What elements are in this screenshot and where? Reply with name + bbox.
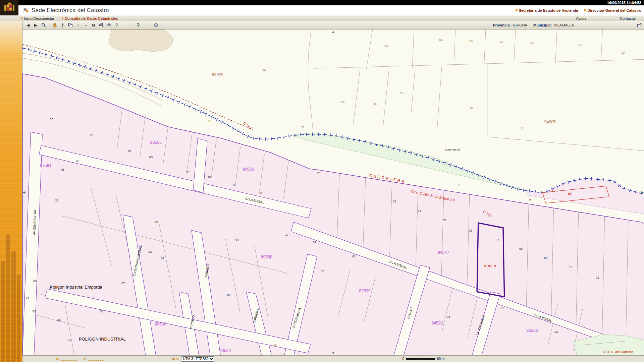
- link-direccion-catastro[interactable]: Dirección General del Catastro: [584, 8, 641, 12]
- map-label: © D. G. del Catastro: [603, 350, 634, 354]
- map-label: 36: [262, 68, 266, 72]
- map-label: 03: [554, 330, 558, 334]
- provincia-label: Provincia:: [493, 23, 511, 27]
- pan-down-button[interactable]: ▼: [332, 351, 335, 355]
- map-label: 07: [374, 102, 378, 106]
- printer-icon: [106, 22, 112, 28]
- map-label: 01: [61, 168, 64, 171]
- menu-label: Inicio/Desconectar: [24, 16, 54, 20]
- rustic-boundary: [308, 29, 313, 134]
- map-label: 94605: [544, 120, 555, 124]
- map-column: ◀ ▶: [22, 21, 644, 362]
- statusbar: X: Y: SRS: UTM 31 ETRS89 0 90 m.: [22, 355, 644, 362]
- urban-blocks-area: [22, 74, 644, 355]
- map-label: 02: [227, 293, 230, 297]
- export-window-button[interactable]: [636, 22, 643, 28]
- provincia-value: GIRONA: [513, 23, 527, 27]
- map-label: 01: [90, 133, 94, 137]
- cadastral-map[interactable]: 0204051415181936060708101137814886299460…: [22, 29, 644, 355]
- y-coordinate-value: [88, 357, 104, 361]
- header: Sede Electrónica del Catastro Secretaría…: [0, 5, 644, 15]
- menubar: Inicio/Desconectar Consulta de Datos Cat…: [0, 15, 644, 21]
- orange-bullet-icon: [516, 9, 518, 11]
- map-label: 08: [57, 319, 61, 322]
- menu-item-contactar[interactable]: Contactar: [620, 16, 636, 20]
- map-label: 5b: [568, 192, 572, 195]
- map-label: 04: [439, 38, 443, 42]
- map-label: POLÍGON INDUSTRIAL: [79, 337, 126, 342]
- print-button[interactable]: [105, 22, 112, 28]
- map-label: 37: [301, 125, 305, 129]
- locate-button[interactable]: [135, 22, 142, 28]
- pan-left-button[interactable]: ◀: [23, 191, 25, 194]
- map-viewport[interactable]: 0204051415181936060708101137814886299460…: [22, 29, 644, 355]
- history-forward-button[interactable]: ▶: [32, 22, 39, 28]
- map-label: SUELO: [484, 264, 496, 268]
- map-label: 08: [155, 221, 158, 224]
- menu-item-inicio[interactable]: Inicio/Desconectar: [21, 16, 54, 20]
- app-window: 16/09/2015 14:04:53 Sede Electrónica del…: [0, 0, 644, 362]
- map-label: 4: [458, 183, 460, 186]
- measure-button[interactable]: M: [90, 22, 97, 28]
- history-back-button[interactable]: ◀: [24, 22, 32, 28]
- map-label: 20: [76, 159, 79, 163]
- map-label: 10: [569, 265, 572, 269]
- map-label: 04: [26, 296, 29, 299]
- map-label: 08: [519, 247, 523, 250]
- rustic-parcel-grid: [314, 29, 644, 151]
- scale-bar: [406, 358, 435, 360]
- link-label: Dirección General del Catastro: [587, 8, 641, 12]
- map-label: 07: [496, 238, 499, 242]
- pan-right-button[interactable]: ▶: [641, 191, 644, 194]
- x-coordinate-value: [61, 357, 77, 361]
- zoom-initial-button[interactable]: [59, 22, 66, 28]
- srs-select[interactable]: UTM 31 ETRS89: [181, 356, 214, 362]
- map-toolbar: ◀ ▶: [22, 21, 644, 29]
- map-pin-icon: [136, 22, 141, 28]
- menu-item-consulta[interactable]: Consulta de Datos Catastrales: [62, 16, 118, 20]
- zoom-window-button[interactable]: [67, 22, 74, 28]
- help-button[interactable]: ?: [113, 22, 120, 28]
- srs-label: SRS:: [170, 357, 179, 361]
- layers-button[interactable]: [152, 22, 159, 28]
- content-row: ◀ ▶: [0, 21, 644, 362]
- map-label: 06: [341, 100, 345, 104]
- map-label: 95526: [526, 328, 538, 333]
- menu-right: Ayuda Contactar: [576, 16, 644, 20]
- menu-label: Consulta de Datos Catastrales: [65, 16, 118, 20]
- map-label: 03: [32, 310, 36, 313]
- map-label: 04: [186, 170, 190, 173]
- municipio-label: Municipio:: [533, 23, 552, 27]
- scale-indicator: 0 90 m.: [402, 357, 445, 361]
- map-label: 02: [352, 255, 356, 258]
- map-label: 18: [578, 43, 582, 47]
- map-label: 01: [500, 306, 504, 310]
- map-label: 89558: [261, 255, 272, 260]
- zoom-in-button[interactable]: +: [74, 22, 82, 28]
- coat-of-arms-icon: [3, 1, 16, 14]
- hand-icon: [52, 22, 58, 28]
- map-label: 94547: [438, 250, 449, 255]
- map-label: 09: [544, 256, 547, 260]
- map-label: 11: [520, 126, 523, 130]
- map-label: 15: [530, 41, 534, 44]
- menu-item-ayuda[interactable]: Ayuda: [576, 16, 586, 20]
- map-label: 19: [621, 51, 625, 54]
- map-label: 01: [67, 338, 71, 342]
- zoom-search-button[interactable]: [40, 22, 47, 28]
- map-label: 06: [321, 269, 324, 273]
- link-secretaria-hacienda[interactable]: Secretaría de Estado de Hacienda: [516, 8, 578, 12]
- map-label: 90520: [219, 348, 231, 353]
- map-label: 90556: [243, 167, 254, 172]
- pan-button[interactable]: [51, 22, 58, 28]
- arrow-up-from-line-icon: [60, 22, 65, 28]
- print-area-button[interactable]: [98, 22, 105, 28]
- zoom-out-button[interactable]: −: [82, 22, 89, 28]
- map-label: 07: [161, 257, 164, 260]
- header-links: Secretaría de Estado de Hacienda Direcci…: [516, 8, 644, 12]
- map-label: zona verda: [445, 148, 461, 151]
- x-coordinate-label: X:: [56, 357, 60, 361]
- pan-up-button[interactable]: ▲: [332, 30, 335, 34]
- map-label: 14: [499, 40, 503, 44]
- map-label: 11: [596, 276, 599, 279]
